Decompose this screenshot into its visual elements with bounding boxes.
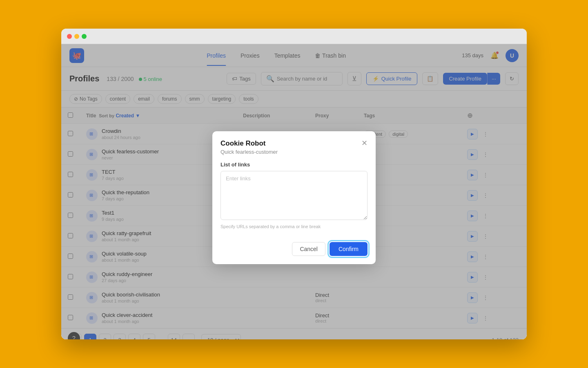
confirm-button[interactable]: Confirm — [330, 242, 368, 256]
traffic-lights — [67, 34, 87, 39]
modal-overlay: Cookie Robot Quick fearless-customer ✕ L… — [61, 44, 527, 339]
links-textarea[interactable] — [220, 171, 368, 220]
modal-header: Cookie Robot Quick fearless-customer ✕ — [212, 131, 376, 155]
modal-footer: Cancel Confirm — [212, 237, 376, 264]
modal-title: Cookie Robot — [220, 139, 278, 148]
maximize-traffic-light[interactable] — [82, 34, 87, 39]
modal-close-button[interactable]: ✕ — [361, 139, 368, 147]
list-of-links-label: List of links — [220, 162, 368, 168]
modal-subtitle: Quick fearless-customer — [220, 149, 278, 155]
modal-body: List of links Specify URLs separated by … — [212, 155, 376, 237]
minimize-traffic-light[interactable] — [74, 34, 79, 39]
modal-hint: Specify URLs separated by a comma or lin… — [220, 224, 368, 229]
titlebar — [61, 29, 527, 44]
close-traffic-light[interactable] — [67, 34, 72, 39]
cookie-robot-modal: Cookie Robot Quick fearless-customer ✕ L… — [212, 131, 376, 264]
cancel-button[interactable]: Cancel — [292, 242, 325, 256]
